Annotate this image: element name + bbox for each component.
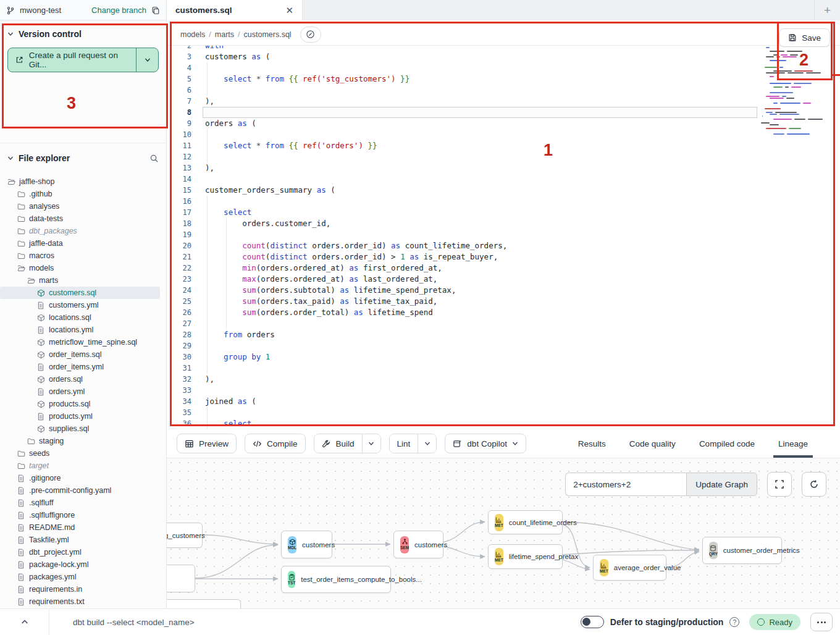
refresh-button[interactable] xyxy=(802,472,826,497)
code-line-2[interactable]: 2with xyxy=(167,46,840,51)
code-line-5[interactable]: 5 select * from {{ ref('stg_customers') … xyxy=(167,74,840,85)
tree-item-requirements-txt[interactable]: requirements.txt xyxy=(0,595,166,608)
lineage-node-partial-bottom[interactable] xyxy=(167,599,241,608)
code-line-28[interactable]: 28 from orders xyxy=(167,329,840,340)
copy-icon[interactable] xyxy=(151,6,160,15)
lineage-search-input[interactable] xyxy=(565,473,686,496)
tree-item-macros[interactable]: macros xyxy=(0,250,166,262)
code-line-33[interactable]: 33 xyxy=(167,385,840,396)
breadcrumb-item[interactable]: marts xyxy=(215,30,234,39)
tree-item--pre-commit-config-yaml[interactable]: .pre-commit-config.yaml xyxy=(0,484,166,497)
close-tab-icon[interactable]: ✕ xyxy=(285,6,293,15)
minimap[interactable] xyxy=(761,47,815,137)
breadcrumb-item[interactable]: models xyxy=(180,30,205,39)
code-line-36[interactable]: 36 select xyxy=(167,418,840,429)
code-line-19[interactable]: 19 xyxy=(167,229,840,240)
lineage-node-customers-sem[interactable]: SEMcustomers xyxy=(393,531,443,558)
code-line-17[interactable]: 17 select xyxy=(167,207,840,218)
code-line-10[interactable]: 10 xyxy=(167,129,840,140)
tree-item-orders-yml[interactable]: orders.yml xyxy=(0,385,166,398)
collapse-panel-button[interactable] xyxy=(0,609,49,635)
code-line-34[interactable]: 34joined as ( xyxy=(167,396,840,407)
version-control-header[interactable]: Version control xyxy=(0,20,166,45)
code-line-32[interactable]: 32), xyxy=(167,374,840,385)
tree-item-order-items-yml[interactable]: order_items.yml xyxy=(0,361,166,373)
code-line-20[interactable]: 20 count(distinct orders.order_id) as co… xyxy=(167,240,840,251)
code-line-12[interactable]: 12 xyxy=(167,151,840,162)
code-line-35[interactable]: 35 xyxy=(167,407,840,418)
create-pr-button[interactable]: Create a pull request on Git... xyxy=(7,48,159,72)
tree-item--github[interactable]: .github xyxy=(0,188,166,200)
tree-item-dbt-project-yml[interactable]: dbt_project.yml xyxy=(0,546,166,558)
tree-item-customers-yml[interactable]: customers.yml xyxy=(0,299,166,311)
tab-lineage[interactable]: Lineage xyxy=(778,429,808,458)
code-line-11[interactable]: 11 select * from {{ ref('orders') }} xyxy=(167,140,840,151)
tree-item-target[interactable]: target xyxy=(0,460,166,472)
preview-button[interactable]: Preview xyxy=(177,434,237,453)
code-line-3[interactable]: 3customers as ( xyxy=(167,51,840,62)
tree-item--sqlfluff[interactable]: .sqlfluff xyxy=(0,497,166,509)
code-line-21[interactable]: 21 count(distinct orders.order_id) > 1 a… xyxy=(167,251,840,263)
code-line-22[interactable]: 22 min(orders.ordered_at) as first_order… xyxy=(167,263,840,274)
code-line-9[interactable]: 9orders as ( xyxy=(167,118,840,129)
tree-item-seeds[interactable]: seeds xyxy=(0,447,166,460)
lint-dropdown-caret[interactable] xyxy=(418,434,436,453)
tab-customers-sql[interactable]: customers.sql ✕ xyxy=(167,0,303,20)
code-line-29[interactable]: 29 xyxy=(167,340,840,351)
code-line-13[interactable]: 13), xyxy=(167,162,840,174)
lineage-node-customer_order_metrics[interactable]: QRYcustomer_order_metrics xyxy=(702,537,782,564)
lineage-node-orders-src[interactable]: orders xyxy=(167,565,195,592)
code-line-15[interactable]: 15customer_orders_summary as ( xyxy=(167,185,840,196)
tree-item-models[interactable]: models xyxy=(0,262,166,274)
tree-item-orders-sql[interactable]: orders.sql xyxy=(0,373,166,385)
code-line-27[interactable]: 27 xyxy=(167,318,840,329)
code-line-23[interactable]: 23 max(orders.ordered_at) as last_ordere… xyxy=(167,274,840,285)
tree-item-requirements-in[interactable]: requirements.in xyxy=(0,583,166,595)
file-explorer-header[interactable]: File explorer xyxy=(0,143,166,169)
tree-item-products-sql[interactable]: products.sql xyxy=(0,398,166,410)
lineage-node-lifetime_spend_pretax[interactable]: METlifetime_spend_pretax xyxy=(488,544,563,569)
pr-dropdown-caret[interactable] xyxy=(136,48,158,72)
search-icon[interactable] xyxy=(149,154,159,163)
lineage-node-customers-mdl[interactable]: MDLcustomers xyxy=(281,531,332,558)
new-tab-button[interactable]: + xyxy=(814,0,840,20)
fullscreen-button[interactable] xyxy=(767,472,792,497)
tab-compiled-code[interactable]: Compiled code xyxy=(699,429,755,458)
more-options-button[interactable] xyxy=(810,613,833,631)
lineage-node-test-bools[interactable]: TSTtest_order_items_compute_to_bools... xyxy=(281,566,391,593)
code-line-8[interactable]: 8 xyxy=(167,107,840,118)
tree-item-staging[interactable]: staging xyxy=(0,435,166,447)
help-icon[interactable]: ? xyxy=(729,617,739,627)
tree-item-metricflow-time-spine-sql[interactable]: metricflow_time_spine.sql xyxy=(0,336,166,348)
code-area[interactable]: 2with3customers as (45 select * from {{ … xyxy=(167,46,840,429)
lineage-node-average_order_value[interactable]: METaverage_order_value xyxy=(593,555,666,581)
code-line-14[interactable]: 14 xyxy=(167,174,840,185)
change-branch-link[interactable]: Change branch xyxy=(91,6,146,15)
tree-item-jaffle-shop[interactable]: jaffle-shop xyxy=(0,175,166,188)
code-line-31[interactable]: 31 xyxy=(167,363,840,374)
code-line-16[interactable]: 16 xyxy=(167,196,840,207)
tree-item-locations-sql[interactable]: locations.sql xyxy=(0,311,166,324)
code-line-7[interactable]: 7), xyxy=(167,96,840,107)
lineage-node-count_lifetime_orders[interactable]: METcount_lifetime_orders xyxy=(488,510,563,534)
tab-results[interactable]: Results xyxy=(578,429,606,458)
code-line-30[interactable]: 30 group by 1 xyxy=(167,351,840,363)
tree-item-dbt-packages[interactable]: dbt_packages xyxy=(0,225,166,237)
tree-item-readme-md[interactable]: README.md xyxy=(0,521,166,534)
build-dropdown-caret[interactable] xyxy=(362,434,380,453)
code-line-25[interactable]: 25 sum(orders.tax_paid) as lifetime_tax_… xyxy=(167,296,840,307)
tree-item-analyses[interactable]: analyses xyxy=(0,200,166,212)
build-button[interactable]: Build xyxy=(314,434,381,453)
tree-item-customers-sql[interactable]: customers.sql xyxy=(0,287,160,299)
lineage-node-stg_customers[interactable]: stg_customers xyxy=(167,523,203,548)
defer-toggle[interactable] xyxy=(581,616,604,628)
code-line-4[interactable]: 4 xyxy=(167,62,840,74)
breadcrumb-item[interactable]: customers.sql xyxy=(244,30,292,39)
tree-item-marts[interactable]: marts xyxy=(0,274,166,287)
lint-button[interactable]: Lint xyxy=(389,434,437,453)
code-line-26[interactable]: 26 sum(orders.order_total) as lifetime_s… xyxy=(167,307,840,318)
tree-item-taskfile-yml[interactable]: Taskfile.yml xyxy=(0,534,166,546)
tree-item-jaffle-data[interactable]: jaffle-data xyxy=(0,237,166,250)
code-line-24[interactable]: 24 sum(orders.subtotal) as lifetime_spen… xyxy=(167,285,840,296)
update-graph-button[interactable]: Update Graph xyxy=(686,473,757,496)
